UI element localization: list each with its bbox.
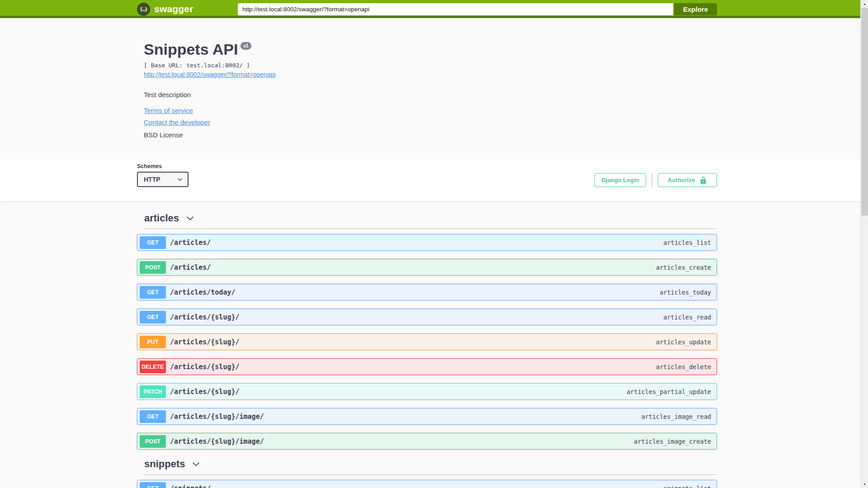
method-badge: GET: [140, 236, 166, 249]
spec-url-input[interactable]: [238, 3, 673, 15]
explore-button[interactable]: Explore: [674, 3, 717, 15]
section-divider: [144, 474, 717, 475]
scroll-down-icon[interactable]: ▼: [861, 480, 868, 488]
operation-id: articles_create: [656, 264, 711, 271]
operation-articles_image_create[interactable]: POST /articles/{slug}/image/ articles_im…: [137, 433, 717, 450]
method-badge: GET: [140, 286, 166, 299]
operation-path: /articles/{slug}/image/: [170, 413, 264, 421]
operation-articles_list[interactable]: GET /articles/ articles_list: [137, 234, 717, 251]
scroll-up-icon[interactable]: ▲: [861, 0, 868, 8]
page-title: Snippets APIv1: [144, 41, 717, 58]
terms-of-service-link[interactable]: Terms of service: [144, 107, 717, 114]
operations-container: articles GET /articles/ articles_list PO…: [137, 202, 717, 488]
swagger-logo-icon: {…}: [137, 3, 150, 16]
method-badge: DELETE: [140, 361, 166, 373]
chevron-down-icon: [191, 460, 201, 469]
section-tag-articles[interactable]: articles: [137, 212, 717, 225]
method-badge: PUT: [140, 336, 166, 348]
operation-articles_image_read[interactable]: GET /articles/{slug}/image/ articles_ima…: [137, 408, 717, 425]
section-articles: articles GET /articles/ articles_list PO…: [137, 212, 717, 450]
operation-path: /articles/today/: [170, 288, 236, 296]
operation-id: articles_partial_update: [627, 388, 711, 395]
method-badge: GET: [140, 482, 166, 488]
operation-id: articles_image_create: [634, 438, 711, 445]
topbar: {…} swagger Explore: [0, 0, 868, 18]
swagger-logo-text: swagger: [154, 4, 193, 14]
schemes-select[interactable]: HTTP: [137, 172, 189, 187]
method-badge: POST: [140, 261, 166, 274]
operation-id: articles_delete: [656, 363, 711, 371]
section-tag-snippets[interactable]: snippets: [137, 458, 717, 470]
section-snippets: snippets GET /snippets/ snippets_list: [137, 458, 717, 488]
operation-path: /articles/{slug}/: [170, 313, 240, 321]
schemes-label: Schemes: [137, 163, 189, 169]
operation-path: /articles/: [170, 239, 211, 247]
contact-developer-link[interactable]: Contact the developer: [144, 118, 717, 126]
operation-articles_today[interactable]: GET /articles/today/ articles_today: [137, 284, 717, 300]
operation-articles_update[interactable]: PUT /articles/{slug}/ articles_update: [137, 333, 717, 350]
method-badge: POST: [140, 435, 166, 448]
download-url-form: Explore: [238, 3, 717, 15]
operation-id: articles_list: [663, 239, 711, 246]
api-info-section: Snippets APIv1 [ Base URL: test.local:80…: [144, 18, 717, 160]
operation-articles_partial_update[interactable]: PATCH /articles/{slug}/ articles_partial…: [137, 383, 717, 400]
spec-link[interactable]: http://test.local:8002/swagger/?format=o…: [144, 71, 275, 78]
operation-path: /articles/{slug}/: [170, 363, 240, 371]
schemes-selected-value: HTTP: [144, 176, 160, 183]
operation-path: /articles/{slug}/: [170, 338, 240, 346]
vertical-scrollbar[interactable]: ▲ ▼: [860, 0, 868, 488]
chevron-down-icon: [177, 176, 183, 183]
method-badge: PATCH: [140, 385, 166, 398]
license-text: BSD License: [144, 131, 717, 139]
section-divider: [144, 229, 717, 229]
swagger-logo[interactable]: {…} swagger: [137, 3, 193, 16]
operation-path: /snippets/: [170, 484, 211, 488]
scheme-container: Schemes HTTP Django Login Authorize: [0, 160, 868, 202]
operation-id: snippets_list: [663, 485, 711, 488]
scrollbar-thumb[interactable]: [861, 8, 868, 216]
operation-articles_read[interactable]: GET /articles/{slug}/ articles_read: [137, 309, 717, 325]
auth-divider: [651, 173, 652, 187]
django-login-button[interactable]: Django Login: [594, 173, 646, 187]
schemes-group: Schemes HTTP: [137, 163, 189, 187]
operation-id: articles_today: [660, 289, 711, 296]
method-badge: GET: [140, 311, 166, 324]
operation-snippets_list[interactable]: GET /snippets/ snippets_list: [137, 480, 717, 488]
chevron-down-icon: [185, 214, 195, 223]
operation-path: /articles/: [170, 263, 211, 272]
authorize-label: Authorize: [668, 177, 695, 183]
method-badge: GET: [140, 410, 166, 423]
version-badge: v1: [241, 42, 251, 50]
auth-wrapper: Django Login Authorize: [594, 173, 717, 187]
base-url: [ Base URL: test.local:8002/ ]: [144, 62, 717, 69]
operation-id: articles_image_read: [642, 413, 711, 420]
authorize-button[interactable]: Authorize: [658, 173, 717, 187]
operation-path: /articles/{slug}/image/: [170, 437, 264, 446]
api-description: Test description: [144, 91, 717, 99]
operation-id: articles_read: [663, 314, 711, 321]
operation-articles_delete[interactable]: DELETE /articles/{slug}/ articles_delete: [137, 358, 717, 375]
operation-path: /articles/{slug}/: [170, 388, 240, 396]
operation-articles_create[interactable]: POST /articles/ articles_create: [137, 259, 717, 276]
operation-id: articles_update: [656, 338, 711, 346]
unlock-icon: [699, 176, 707, 184]
